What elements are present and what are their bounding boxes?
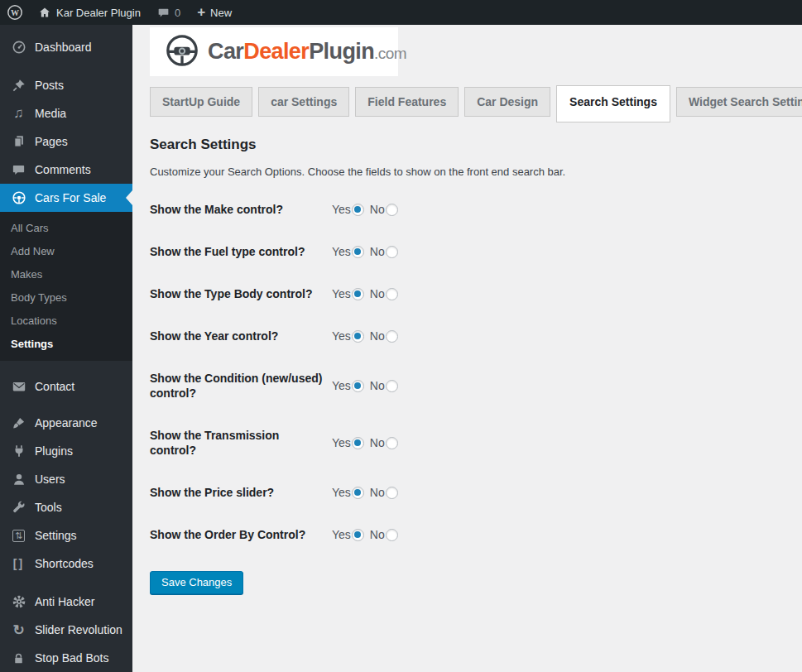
page-title: Search Settings [150, 137, 802, 153]
radio-selected-icon[interactable] [352, 204, 364, 216]
radio-unselected-icon[interactable] [386, 288, 398, 300]
yes-radio-option[interactable]: Yes [332, 379, 364, 392]
sidebar-item-users[interactable]: Users [0, 465, 132, 493]
user-icon [11, 472, 26, 487]
no-radio-option[interactable]: No [370, 203, 398, 216]
sidebar-item-appearance[interactable]: Appearance [0, 409, 132, 437]
yes-radio-option[interactable]: Yes [332, 436, 364, 449]
no-radio-option[interactable]: No [370, 486, 398, 499]
yes-radio-option[interactable]: Yes [332, 486, 364, 499]
sidebar-item-media[interactable]: ♫ Media [0, 99, 132, 127]
new-menu[interactable]: + New [189, 0, 240, 25]
radio-selected-icon[interactable] [352, 437, 364, 449]
tab-search-settings[interactable]: Search Settings [556, 85, 670, 122]
sidebar-item-cars-for-sale[interactable]: Cars For Sale [0, 184, 132, 212]
radio-unselected-icon[interactable] [386, 330, 398, 343]
sidebar-item-contact[interactable]: Contact [0, 372, 132, 401]
radio-unselected-icon[interactable] [386, 380, 398, 392]
radio-selected-icon[interactable] [352, 246, 364, 258]
save-changes-button[interactable]: Save Changes [150, 571, 243, 594]
submenu-settings[interactable]: Settings [0, 333, 132, 356]
setting-label: Show the Year control? [150, 329, 325, 343]
sidebar-item-settings[interactable]: ⇅ Settings [0, 521, 132, 550]
sidebar-item-anti-hacker[interactable]: Anti Hacker [0, 588, 132, 616]
radio-unselected-icon[interactable] [386, 529, 398, 541]
plus-icon: + [197, 5, 205, 19]
refresh-icon: ↻ [11, 622, 26, 638]
submenu-locations[interactable]: Locations [0, 310, 132, 333]
wrench-icon [11, 500, 26, 516]
radio-unselected-icon[interactable] [386, 487, 398, 499]
setting-row-type-body: Show the Type Body control? Yes No [150, 286, 802, 301]
radio-unselected-icon[interactable] [386, 437, 398, 449]
tab-car-design[interactable]: Car Design [464, 87, 550, 117]
sidebar-item-posts[interactable]: Posts [0, 71, 132, 99]
settings-tabs: StartUp Guide car Settings Field Feature… [150, 87, 802, 122]
comment-count: 0 [175, 7, 180, 19]
comments-menu[interactable]: 0 [149, 0, 189, 25]
radio-unselected-icon[interactable] [386, 204, 398, 216]
radio-selected-icon[interactable] [352, 330, 364, 343]
no-radio-option[interactable]: No [370, 436, 398, 449]
dashboard-icon [11, 40, 26, 55]
envelope-icon [11, 379, 26, 395]
new-label: New [210, 7, 232, 19]
radio-selected-icon[interactable] [352, 529, 364, 541]
tab-widget-search-settings[interactable]: Widget Search Settings [676, 87, 802, 117]
no-radio-option[interactable]: No [370, 379, 398, 392]
media-icon: ♫ [11, 106, 26, 122]
tab-startup-guide[interactable]: StartUp Guide [150, 87, 252, 117]
no-radio-option[interactable]: No [370, 245, 398, 258]
setting-row-make: Show the Make control? Yes No [150, 202, 802, 217]
setting-label: Show the Type Body control? [150, 286, 325, 301]
radio-selected-icon[interactable] [352, 380, 364, 392]
sidebar-item-plugins[interactable]: Plugins [0, 437, 132, 465]
tab-car-settings[interactable]: car Settings [258, 87, 349, 117]
yes-radio-option[interactable]: Yes [332, 287, 364, 300]
submenu-body-types[interactable]: Body Types [0, 286, 132, 310]
setting-row-transmission: Show the Transmission control? Yes No [150, 428, 802, 458]
svg-text:W: W [11, 8, 19, 17]
sidebar-item-dashboard[interactable]: Dashboard [0, 33, 132, 61]
pin-icon [11, 78, 26, 94]
sliders-icon: ⇅ [11, 528, 26, 544]
site-menu[interactable]: Kar Dealer Plugin [30, 0, 149, 25]
yes-radio-option[interactable]: Yes [332, 329, 364, 343]
sidebar-item-pages[interactable]: Pages [0, 127, 132, 156]
radio-unselected-icon[interactable] [386, 246, 398, 258]
main-content: CarDealerPlugin.com StartUp Guide car Se… [132, 25, 802, 672]
setting-row-year: Show the Year control? Yes No [150, 329, 802, 343]
plugin-logo: CarDealerPlugin.com [150, 27, 398, 76]
yes-radio-option[interactable]: Yes [332, 245, 364, 258]
yes-radio-option[interactable]: Yes [332, 203, 364, 216]
brush-icon [11, 415, 26, 431]
setting-row-fuel-type: Show the Fuel type control? Yes No [150, 244, 802, 259]
setting-label: Show the Make control? [150, 202, 325, 217]
lock-icon [11, 650, 26, 666]
sidebar-item-slider-revolution[interactable]: ↻ Slider Revolution [0, 616, 132, 644]
no-radio-option[interactable]: No [370, 329, 398, 343]
tab-field-features[interactable]: Field Features [355, 87, 459, 117]
site-name: Kar Dealer Plugin [56, 7, 141, 19]
sidebar-item-comments[interactable]: Comments [0, 156, 132, 184]
submenu-add-new[interactable]: Add New [0, 240, 132, 263]
no-radio-option[interactable]: No [370, 528, 398, 541]
comments-icon [11, 162, 26, 178]
setting-label: Show the Price slider? [150, 485, 325, 500]
sidebar-item-stop-bad-bots[interactable]: Stop Bad Bots [0, 644, 132, 672]
sidebar-item-shortcodes[interactable]: [] Shortcodes [0, 550, 132, 578]
sidebar-item-tools[interactable]: Tools [0, 493, 132, 521]
radio-selected-icon[interactable] [352, 288, 364, 300]
gear-icon [11, 594, 26, 610]
submenu-all-cars[interactable]: All Cars [0, 217, 132, 240]
setting-row-condition: Show the Condition (new/used) control? Y… [150, 371, 802, 401]
wordpress-logo-icon[interactable]: W [0, 0, 30, 25]
brackets-icon: [] [11, 556, 26, 572]
yes-radio-option[interactable]: Yes [332, 528, 364, 541]
submenu-makes[interactable]: Makes [0, 263, 132, 286]
page-description: Customize your Search Options. Choose th… [150, 166, 802, 178]
setting-label: Show the Fuel type control? [150, 244, 325, 259]
setting-label: Show the Condition (new/used) control? [150, 371, 325, 401]
radio-selected-icon[interactable] [352, 487, 364, 499]
no-radio-option[interactable]: No [370, 287, 398, 300]
